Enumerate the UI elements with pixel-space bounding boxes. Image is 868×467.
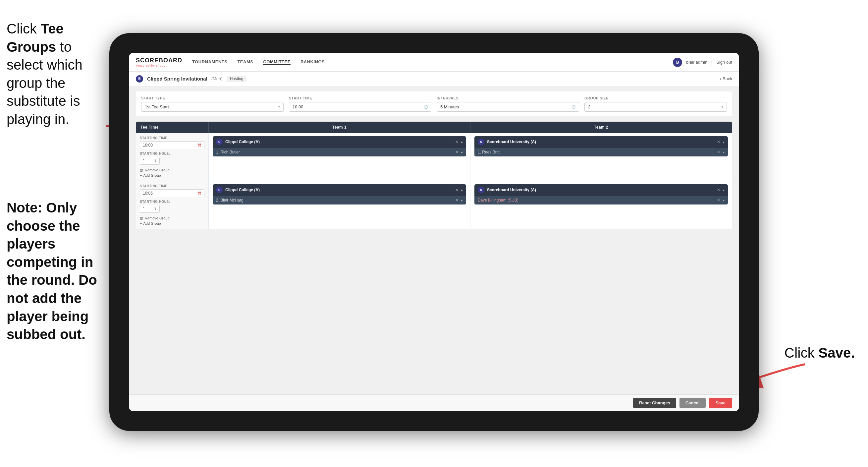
tee-groups-table: Tee Time Team 1 Team 2 STARTING TIME: 10… — [136, 122, 732, 229]
add-group-button-2[interactable]: + Add Group — [140, 222, 205, 225]
plus-icon: + — [140, 173, 142, 177]
remove-player-icon[interactable]: ✕ — [455, 150, 459, 154]
clock-icon-4: ⏰ — [197, 192, 202, 195]
player-card-3[interactable]: 2. Blair McHarg ✕ ▸ — [213, 196, 466, 204]
player-name: 1. Rich Butler — [216, 150, 453, 154]
nav-link-rankings[interactable]: RANKINGS — [301, 59, 325, 65]
remove-team-icon[interactable]: ✕ — [455, 140, 459, 144]
team-card-2[interactable]: S Scoreboard University (A) ✕ ▸ 1. Rees … — [474, 136, 728, 156]
player-card-2[interactable]: 1. Rees Britt ✕ ▸ — [474, 148, 728, 156]
instruction-part1: Click — [7, 21, 41, 36]
instruction-text: Click Tee Groups to select which group t… — [0, 20, 103, 128]
team2-cell-2: S Scoreboard University (A) ✕ ▸ Dave Bil… — [470, 181, 732, 229]
starting-time-input-2[interactable]: 10:05 ⏰ — [140, 189, 205, 197]
footer-bar: Reset Changes Cancel Save — [129, 395, 739, 411]
col-tee-time: Tee Time — [136, 122, 209, 133]
nav-link-committee[interactable]: COMMITTEE — [263, 59, 290, 65]
team-card-header: C Clippd College (A) ✕ ▸ — [213, 136, 466, 147]
save-button[interactable]: Save — [709, 398, 732, 408]
note-bold: Only choose the players competing in the… — [7, 200, 97, 342]
chevron-down-icon: ▾ — [278, 105, 280, 109]
remove-player4-icon[interactable]: ✕ — [717, 198, 720, 203]
table-row: STARTING TIME: 10:05 ⏰ STARTING HOLE: 1 … — [136, 181, 732, 229]
clock-icon-2: 🕙 — [571, 105, 576, 109]
start-type-field: Start Type 1st Tee Start ▾ — [141, 96, 284, 112]
team-card-header-2: S Scoreboard University (A) ✕ ▸ — [474, 136, 728, 147]
team-card-3[interactable]: C Clippd College (A) ✕ ▸ 2. Blair McHarg… — [213, 184, 466, 204]
nav-divider: | — [711, 60, 712, 65]
nav-logo-title: SCOREBOARD — [136, 57, 182, 64]
start-type-input[interactable]: 1st Tee Start ▾ — [141, 102, 284, 112]
player3-expand-icon[interactable]: ▸ — [461, 199, 463, 202]
player4-expand-icon[interactable]: ▸ — [723, 199, 724, 202]
player-expand-icon[interactable]: ▸ — [461, 150, 463, 154]
nav-link-tournaments[interactable]: TOURNAMENTS — [192, 59, 227, 65]
team1-cell-2: C Clippd College (A) ✕ ▸ 2. Blair McHarg… — [209, 181, 470, 229]
player-card[interactable]: 1. Rich Butler ✕ ▸ — [213, 148, 466, 156]
team2-cell-1: S Scoreboard University (A) ✕ ▸ 1. Rees … — [470, 133, 732, 181]
sub-header: B Clippd Spring Invitational (Men) Hosti… — [129, 71, 739, 86]
plus-icon-2: + — [140, 222, 142, 225]
team-card-actions-2: ✕ ▸ — [717, 140, 724, 144]
clock-icon: 🕙 — [424, 105, 428, 109]
team-card-header-4: S Scoreboard University (A) ✕ ▸ — [474, 184, 728, 196]
remove-team3-icon[interactable]: ✕ — [455, 187, 459, 192]
tablet-screen: SCOREBOARD Powered by clippd TOURNAMENTS… — [129, 53, 739, 411]
team-card[interactable]: C Clippd College (A) ✕ ▸ 1. Rich Butler … — [213, 136, 466, 156]
team-card-name-4: Scoreboard University (A) — [487, 187, 714, 192]
player-name-3: 2. Blair McHarg — [216, 198, 453, 203]
remove-team2-icon[interactable]: ✕ — [717, 140, 720, 144]
table-row: STARTING TIME: 10:00 ⏰ STARTING HOLE: 1 … — [136, 133, 732, 181]
intervals-label: Intervals — [437, 96, 579, 100]
back-button[interactable]: ‹ Back — [720, 76, 732, 81]
starting-hole-input-2[interactable]: 1 ⇅ — [140, 205, 160, 213]
add-group-button-1[interactable]: + Add Group — [140, 173, 205, 177]
cancel-button[interactable]: Cancel — [680, 398, 706, 408]
group-size-input[interactable]: 2 ▾ — [584, 102, 727, 112]
team1-cell-1: C Clippd College (A) ✕ ▸ 1. Rich Butler … — [209, 133, 470, 181]
team-card-actions-3: ✕ ▸ — [455, 187, 463, 192]
navbar: SCOREBOARD Powered by clippd TOURNAMENTS… — [129, 53, 739, 71]
remove-group-button-1[interactable]: 🗑 Remove Group — [140, 168, 205, 172]
start-config-row: Start Type 1st Tee Start ▾ Start Time 10… — [136, 91, 732, 116]
clock-icon-3: ⏰ — [197, 144, 202, 147]
remove-team4-icon[interactable]: ✕ — [717, 187, 720, 192]
team-avatar-2: S — [478, 139, 484, 145]
player2-expand-icon[interactable]: ▸ — [723, 150, 724, 154]
starting-time-label-2: STARTING TIME: — [140, 184, 205, 188]
starting-time-label-1: STARTING TIME: — [140, 136, 205, 140]
avatar: B — [673, 58, 682, 67]
expand3-icon[interactable]: ▸ — [461, 188, 463, 192]
team-avatar: C — [216, 139, 223, 145]
start-time-input[interactable]: 10:00 🕙 — [289, 102, 431, 112]
event-gender: (Men) — [211, 76, 223, 81]
remove-player2-icon[interactable]: ✕ — [717, 150, 720, 154]
starting-time-input-1[interactable]: 10:00 ⏰ — [140, 141, 205, 149]
start-type-label: Start Type — [141, 96, 284, 100]
trash-icon: 🗑 — [140, 168, 144, 172]
nav-logo: SCOREBOARD Powered by clippd — [136, 57, 182, 67]
chevron-down-icon-2: ▾ — [721, 105, 723, 109]
starting-hole-input-1[interactable]: 1 ⇅ — [140, 157, 160, 165]
expand2-icon[interactable]: ▸ — [723, 140, 724, 144]
reset-changes-button[interactable]: Reset Changes — [633, 398, 676, 408]
intervals-input[interactable]: 5 Minutes 🕙 — [437, 102, 579, 112]
remove-group-button-2[interactable]: 🗑 Remove Group — [140, 216, 205, 220]
team-avatar-4: S — [478, 186, 484, 193]
player-card-4[interactable]: Dave Billingham (SUB) ✕ ▸ — [474, 196, 728, 204]
nav-link-teams[interactable]: TEAMS — [237, 59, 253, 65]
col-team2: Team 2 — [470, 122, 732, 133]
hosting-badge: Hosting — [227, 76, 247, 82]
sign-out-link[interactable]: Sign out — [716, 60, 732, 65]
team-card-4[interactable]: S Scoreboard University (A) ✕ ▸ Dave Bil… — [474, 184, 728, 204]
tee-time-side-1: STARTING TIME: 10:00 ⏰ STARTING HOLE: 1 … — [136, 133, 209, 181]
intervals-field: Intervals 5 Minutes 🕙 — [437, 96, 579, 112]
remove-player3-icon[interactable]: ✕ — [455, 198, 459, 203]
start-time-label: Start Time — [289, 96, 431, 100]
expand4-icon[interactable]: ▸ — [723, 188, 724, 192]
nav-username: blair admin — [686, 60, 707, 65]
expand-icon[interactable]: ▸ — [461, 140, 463, 144]
group-size-label: Group Size — [584, 96, 727, 100]
player-name-sub: Dave Billingham (SUB) — [478, 198, 714, 203]
starting-hole-label-1: STARTING HOLE: — [140, 152, 205, 155]
